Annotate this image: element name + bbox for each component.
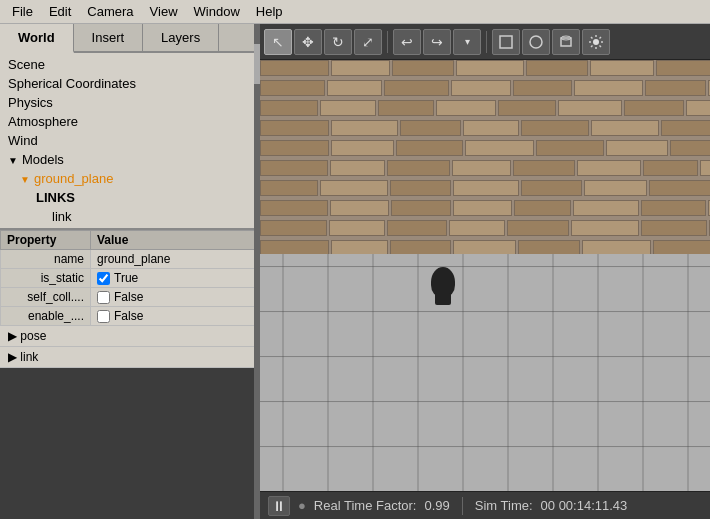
toolbar-box-btn[interactable] (492, 29, 520, 55)
tab-insert[interactable]: Insert (74, 24, 144, 51)
prop-row-self-coll: self_coll.... False (1, 288, 258, 307)
menubar: File Edit Camera View Window Help (0, 0, 710, 24)
tree-wind[interactable]: Wind (0, 131, 258, 150)
enable-checkbox[interactable] (97, 310, 110, 323)
toolbar-light-btn[interactable] (582, 29, 610, 55)
viewport[interactable] (260, 60, 710, 491)
property-panel: Property Value name ground_plane is_stat… (0, 228, 258, 368)
brick-wall (260, 60, 710, 284)
menu-file[interactable]: File (4, 2, 41, 21)
toolbar-scale-btn[interactable]: ⤢ (354, 29, 382, 55)
is-static-checkbox[interactable] (97, 272, 110, 285)
tree-links[interactable]: LINKS (0, 188, 258, 207)
prop-value-enable[interactable]: False (91, 307, 258, 326)
prop-label-self-coll: self_coll.... (1, 288, 91, 307)
light-icon (588, 34, 604, 50)
status-sep (462, 497, 463, 515)
models-arrow: ▼ (8, 155, 18, 166)
menu-window[interactable]: Window (186, 2, 248, 21)
toolbar-rotate-btn[interactable]: ↻ (324, 29, 352, 55)
toolbar-sep-1 (387, 31, 388, 53)
expand-pose[interactable]: ▶ pose (0, 326, 258, 347)
svg-line-10 (600, 45, 602, 47)
statusbar: ⏸ ● Real Time Factor: 0.99 Sim Time: 00 … (260, 491, 710, 519)
enable-label: False (114, 309, 143, 323)
real-time-label: Real Time Factor: (314, 498, 417, 513)
is-static-checkbox-cell: True (97, 271, 251, 285)
svg-line-12 (591, 45, 593, 47)
self-coll-checkbox[interactable] (97, 291, 110, 304)
prop-value-name[interactable]: ground_plane (91, 250, 258, 269)
svg-line-11 (600, 37, 602, 39)
prop-row-name: name ground_plane (1, 250, 258, 269)
menu-view[interactable]: View (142, 2, 186, 21)
toolbar-select-btn[interactable]: ↖ (264, 29, 292, 55)
expand-link[interactable]: ▶ link (0, 347, 258, 368)
toolbar-sep-2 (486, 31, 487, 53)
prop-label-enable: enable_.... (1, 307, 91, 326)
tree-scene[interactable]: Scene (0, 55, 258, 74)
svg-point-1 (530, 36, 542, 48)
prop-header-property: Property (1, 231, 91, 250)
pause-btn[interactable]: ⏸ (268, 496, 290, 516)
toolbar-sphere-btn[interactable] (522, 29, 550, 55)
status-dot: ● (298, 498, 306, 513)
toolbar: ↖ ✥ ↻ ⤢ ↩ ↪ ▾ (260, 24, 710, 60)
toolbar-more-btn[interactable]: ▾ (453, 29, 481, 55)
tree-atmosphere[interactable]: Atmosphere (0, 112, 258, 131)
sim-time-label: Sim Time: (475, 498, 533, 513)
prop-value-self-coll[interactable]: False (91, 288, 258, 307)
toolbar-undo-btn[interactable]: ↩ (393, 29, 421, 55)
prop-label-is-static: is_static (1, 269, 91, 288)
box-icon (498, 34, 514, 50)
cylinder-icon (558, 34, 574, 50)
tree-spherical[interactable]: Spherical Coordinates (0, 74, 258, 93)
tree-link[interactable]: link (0, 207, 258, 226)
svg-line-9 (591, 37, 593, 39)
tab-world[interactable]: World (0, 24, 74, 53)
menu-help[interactable]: Help (248, 2, 291, 21)
prop-header-value: Value (91, 231, 258, 250)
toolbar-redo-btn[interactable]: ↪ (423, 29, 451, 55)
tree-physics[interactable]: Physics (0, 93, 258, 112)
self-coll-label: False (114, 290, 143, 304)
is-static-label: True (114, 271, 138, 285)
tree-ground-plane[interactable]: ▼ground_plane (0, 169, 258, 188)
prop-value-is-static[interactable]: True (91, 269, 258, 288)
enable-checkbox-cell: False (97, 309, 251, 323)
prop-row-is-static: is_static True (1, 269, 258, 288)
tab-layers[interactable]: Layers (143, 24, 219, 51)
menu-camera[interactable]: Camera (79, 2, 141, 21)
toolbar-cylinder-btn[interactable] (552, 29, 580, 55)
prop-label-name: name (1, 250, 91, 269)
property-table: Property Value name ground_plane is_stat… (0, 230, 258, 326)
svg-rect-0 (500, 36, 512, 48)
right-panel: ↖ ✥ ↻ ⤢ ↩ ↪ ▾ (260, 24, 710, 519)
tab-bar: World Insert Layers (0, 24, 258, 53)
ground (260, 254, 710, 491)
self-coll-checkbox-cell: False (97, 290, 251, 304)
model-figure (431, 267, 455, 297)
left-panel: World Insert Layers Scene Spherical Coor… (0, 24, 260, 368)
menu-edit[interactable]: Edit (41, 2, 79, 21)
left-panel-wrapper: World Insert Layers Scene Spherical Coor… (0, 24, 260, 519)
sim-time-value: 00 00:14:11.43 (541, 498, 628, 513)
main-layout: World Insert Layers Scene Spherical Coor… (0, 24, 710, 519)
toolbar-move-btn[interactable]: ✥ (294, 29, 322, 55)
tree-panel: Scene Spherical Coordinates Physics Atmo… (0, 53, 258, 228)
sphere-icon (528, 34, 544, 50)
ground-grid (260, 254, 710, 491)
tree-models[interactable]: ▼Models (0, 150, 258, 169)
real-time-value: 0.99 (424, 498, 449, 513)
prop-row-enable: enable_.... False (1, 307, 258, 326)
ground-plane-arrow: ▼ (20, 174, 30, 185)
svg-point-4 (593, 39, 599, 45)
